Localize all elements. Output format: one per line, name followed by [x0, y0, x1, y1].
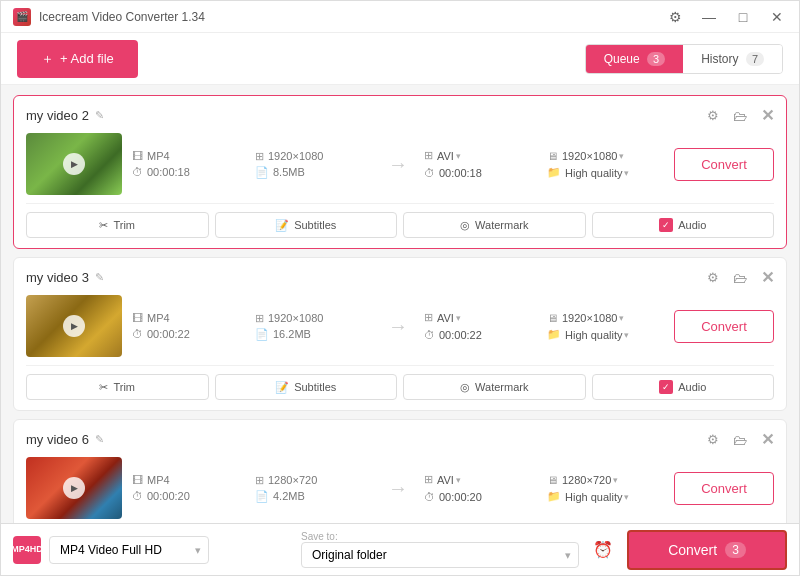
maximize-button[interactable]: □ [733, 7, 753, 27]
audio-button-2[interactable]: ✓ Audio [592, 374, 775, 400]
chevron-quality-1: ▾ [624, 168, 629, 178]
card-close-button-3[interactable]: ✕ [761, 430, 774, 449]
settings-icon[interactable]: ⚙ [665, 7, 685, 27]
clock-out-icon-1: ⏱ [424, 167, 435, 179]
card-gear-icon-2[interactable]: ⚙ [707, 270, 719, 285]
video-card-3: my video 6 ✎ ⚙ 🗁 ✕ ▶ 🎞 MP4 [13, 419, 787, 523]
minimize-button[interactable]: — [699, 7, 719, 27]
watermark-icon-2: ◎ [460, 381, 470, 394]
add-file-button[interactable]: ＋ + Add file [17, 40, 138, 78]
video-thumb-2: ▶ [26, 295, 122, 357]
history-tab[interactable]: History 7 [683, 45, 782, 73]
format-in-3: 🎞 MP4 [132, 474, 249, 487]
convert-all-button[interactable]: Convert 3 [627, 530, 787, 570]
format-out-3: ⊞ AVI ▾ [424, 473, 541, 486]
video-thumb-1: ▶ [26, 133, 122, 195]
schedule-icon[interactable]: ⏰ [589, 540, 617, 559]
size-2: 📄 16.2MB [255, 328, 372, 341]
play-icon-2[interactable]: ▶ [63, 315, 85, 337]
card-bottom-2: ✂ Trim 📝 Subtitles ◎ Watermark ✓ Audio [26, 365, 774, 400]
trim-button-1[interactable]: ✂ Trim [26, 212, 209, 238]
video-title-1: my video 2 [26, 108, 89, 123]
res-out-select-2[interactable]: 1920×1080 ▾ [562, 312, 624, 324]
toolbar: ＋ + Add file Queue 3 History 7 [1, 33, 799, 85]
card-gear-icon-1[interactable]: ⚙ [707, 108, 719, 123]
film-icon-1: 🎞 [132, 150, 143, 162]
res-out-select-1[interactable]: 1920×1080 ▾ [562, 150, 624, 162]
close-button[interactable]: ✕ [767, 7, 787, 27]
quality-select-3[interactable]: High quality ▾ [565, 491, 629, 503]
subtitles-button-1[interactable]: 📝 Subtitles [215, 212, 398, 238]
monitor-icon-1: 🖥 [547, 150, 558, 162]
card-gear-icon-3[interactable]: ⚙ [707, 432, 719, 447]
save-to-select[interactable]: Original folder [301, 542, 579, 568]
convert-button-2[interactable]: Convert [674, 310, 774, 343]
file-icon-2: 📄 [255, 328, 269, 341]
res-out-3: 🖥 1280×720 ▾ [547, 473, 664, 486]
convert-button-3[interactable]: Convert [674, 472, 774, 505]
card-title-1: my video 2 ✎ [26, 108, 104, 123]
format-out-select-1[interactable]: AVI ▾ [437, 150, 461, 162]
card-folder-icon-2[interactable]: 🗁 [733, 270, 747, 286]
format-out-select-2[interactable]: AVI ▾ [437, 312, 461, 324]
size-3: 📄 4.2MB [255, 490, 372, 503]
card-close-button-1[interactable]: ✕ [761, 106, 774, 125]
app-window: 🎬 Icecream Video Converter 1.34 ⚙ — □ ✕ … [0, 0, 800, 576]
quality-select-1[interactable]: High quality ▾ [565, 167, 629, 179]
play-icon-1[interactable]: ▶ [63, 153, 85, 175]
res-out-select-3[interactable]: 1280×720 ▾ [562, 474, 618, 486]
convert-button-1[interactable]: Convert [674, 148, 774, 181]
subtitles-button-2[interactable]: 📝 Subtitles [215, 374, 398, 400]
queue-tab[interactable]: Queue 3 [586, 45, 684, 73]
output-info-2: ⊞ AVI ▾ 🖥 1920×1080 ▾ [424, 311, 664, 341]
card-close-button-2[interactable]: ✕ [761, 268, 774, 287]
clock-out-icon-2: ⏱ [424, 329, 435, 341]
quality-select-2[interactable]: High quality ▾ [565, 329, 629, 341]
chevron-res-3: ▾ [613, 475, 618, 485]
add-file-label: + Add file [60, 51, 114, 66]
quality-out-3: 📁 High quality ▾ [547, 490, 664, 503]
format-select[interactable]: MP4 Video Full HD [49, 536, 209, 564]
trim-button-2[interactable]: ✂ Trim [26, 374, 209, 400]
quality-out-1: 📁 High quality ▾ [547, 166, 664, 179]
watermark-label-2: Watermark [475, 381, 528, 393]
edit-icon-3[interactable]: ✎ [95, 433, 104, 446]
resolution-in-3: ⊞ 1280×720 [255, 474, 372, 487]
film-out-icon-1: ⊞ [424, 149, 433, 162]
subtitles-icon-1: 📝 [275, 219, 289, 232]
history-label: History [701, 52, 738, 66]
res-out-2: 🖥 1920×1080 ▾ [547, 311, 664, 324]
card-folder-icon-1[interactable]: 🗁 [733, 108, 747, 124]
arrow-1: → [382, 153, 414, 176]
card-main-3: ▶ 🎞 MP4 ⊞ 1280×720 ⏱ [26, 457, 774, 519]
subtitles-label-2: Subtitles [294, 381, 336, 393]
audio-button-1[interactable]: ✓ Audio [592, 212, 775, 238]
video-thumb-3: ▶ [26, 457, 122, 519]
audio-checkbox-1: ✓ [659, 218, 673, 232]
content-area: my video 2 ✎ ⚙ 🗁 ✕ ▶ 🎞 MP4 [1, 85, 799, 523]
format-select-wrap: MP4 Video Full HD [49, 536, 209, 564]
arrow-3: → [382, 477, 414, 500]
tab-group: Queue 3 History 7 [585, 44, 783, 74]
file-info-1: 🎞 MP4 ⊞ 1920×1080 ⏱ 00:00:18 📄 [132, 150, 372, 179]
resolution-in-2: ⊞ 1920×1080 [255, 312, 372, 325]
duration-in-1: ⏱ 00:00:18 [132, 166, 249, 179]
size-1: 📄 8.5MB [255, 166, 372, 179]
card-top-2: my video 3 ✎ ⚙ 🗁 ✕ [26, 268, 774, 287]
output-info-3: ⊞ AVI ▾ 🖥 1280×720 ▾ [424, 473, 664, 503]
edit-icon-1[interactable]: ✎ [95, 109, 104, 122]
duration-out-1: ⏱ 00:00:18 [424, 166, 541, 179]
edit-icon-2[interactable]: ✎ [95, 271, 104, 284]
duration-in-3: ⏱ 00:00:20 [132, 490, 249, 503]
watermark-button-1[interactable]: ◎ Watermark [403, 212, 586, 238]
format-out-select-3[interactable]: AVI ▾ [437, 474, 461, 486]
card-folder-icon-3[interactable]: 🗁 [733, 432, 747, 448]
res-icon-3: ⊞ [255, 474, 264, 487]
play-icon-3[interactable]: ▶ [63, 477, 85, 499]
format-in-2: 🎞 MP4 [132, 312, 249, 325]
watermark-button-2[interactable]: ◎ Watermark [403, 374, 586, 400]
format-out-2: ⊞ AVI ▾ [424, 311, 541, 324]
film-icon-3: 🎞 [132, 474, 143, 486]
res-icon-1: ⊞ [255, 150, 264, 163]
film-out-icon-3: ⊞ [424, 473, 433, 486]
